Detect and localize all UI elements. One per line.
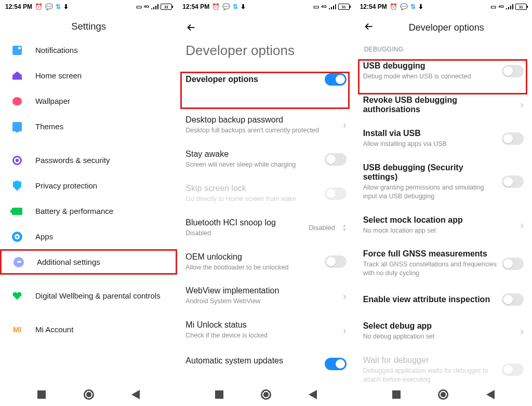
row-webview[interactable]: WebView implementation Android System We… — [177, 279, 354, 313]
row-gnss[interactable]: Force full GNSS measurements Track all G… — [355, 242, 532, 285]
install-usb-toggle[interactable] — [502, 132, 524, 145]
row-title: Select debug app — [363, 321, 515, 331]
notifications-icon — [11, 45, 23, 56]
settings-row-label: Notifications — [35, 46, 78, 55]
settings-row-label: Additional settings — [37, 258, 100, 266]
nav-back-icon[interactable] — [486, 390, 495, 399]
settings-row-label: Themes — [35, 122, 63, 131]
settings-row-passwords[interactable]: Passwords & security — [0, 147, 177, 173]
settings-row-wallpaper[interactable]: Wallpaper — [0, 88, 177, 114]
row-subtitle: Android System WebView — [185, 297, 338, 306]
nav-back-icon[interactable] — [131, 390, 140, 399]
row-bt-hci-snoop[interactable]: Bluetooth HCI snoop log Disabled Disable… — [177, 211, 354, 245]
battery-icon: 31 — [161, 4, 172, 10]
row-stay-awake[interactable]: Stay awake Screen will never sleep while… — [177, 142, 354, 177]
shield-icon — [11, 180, 23, 192]
back-button[interactable] — [185, 22, 197, 33]
battery-perf-icon — [11, 206, 23, 217]
row-auto-updates-peek[interactable]: Automatic system updates — [177, 347, 354, 367]
settings-row-apps[interactable]: Apps — [0, 224, 177, 249]
chevron-right-icon: › — [343, 290, 347, 302]
phone-developer-options: 12:54 PM ⏰ 💬 ⇅ ⬇ ▭ 4G 31 Developer optio… — [177, 0, 354, 406]
mi-logo-icon: MI — [11, 324, 23, 335]
nav-home-icon[interactable] — [438, 389, 448, 400]
view-attr-toggle[interactable] — [502, 293, 524, 306]
signal-icon — [151, 4, 158, 9]
row-title: Stay awake — [185, 150, 319, 159]
nav-back-icon[interactable] — [309, 390, 317, 399]
stay-awake-toggle[interactable] — [325, 153, 347, 166]
usb-security-toggle[interactable] — [502, 175, 524, 188]
network-4g-icon: 4G — [144, 5, 150, 9]
oem-unlock-toggle[interactable] — [325, 255, 347, 268]
battery-icon: 31 — [338, 4, 350, 10]
row-mock-location[interactable]: Select mock location app No mock locatio… — [355, 208, 532, 242]
nav-home-icon[interactable] — [84, 389, 94, 400]
row-subtitle: Debug mode when USB is connected — [363, 72, 497, 81]
row-select-debug-app[interactable]: Select debug app No debug application se… — [355, 314, 532, 348]
alarm-icon: ⏰ — [390, 4, 397, 10]
dev-content: Developer options Developer options Desk… — [177, 13, 354, 383]
row-subtitle: Screen will never sleep while charging — [185, 160, 319, 169]
row-subtitle: Desktop full backups aren't currently pr… — [185, 126, 338, 135]
row-usb-security[interactable]: USB debugging (Security settings) Allow … — [355, 156, 532, 208]
nav-recents-icon[interactable] — [37, 390, 46, 399]
row-title: OEM unlocking — [185, 252, 319, 262]
status-bar: 12:54 PM ⏰ 💬 ⇅ ⬇ ▭ 4G 31 — [0, 0, 177, 13]
chat-icon: 💬 — [45, 4, 53, 10]
sync-icon: ⇅ — [233, 4, 238, 10]
page-title: Developer options — [384, 22, 509, 33]
status-time: 12:54 PM — [5, 3, 32, 10]
settings-row-label: Home screen — [35, 71, 82, 80]
row-wait-debugger: Wait for debugger Debugged application w… — [355, 348, 532, 383]
row-value: Disabled — [309, 224, 335, 232]
row-oem-unlocking[interactable]: OEM unlocking Allow the bootloader to be… — [177, 245, 354, 279]
row-title: Force full GNSS measurements — [363, 249, 497, 259]
network-4g-icon: 4G — [498, 5, 504, 9]
card-icon: ▭ — [490, 4, 496, 10]
row-install-usb[interactable]: Install via USB Allow installing apps vi… — [355, 121, 532, 156]
settings-row-home-screen[interactable]: Home screen — [0, 63, 177, 88]
dev-options-toggle[interactable] — [325, 73, 347, 86]
row-view-attr[interactable]: Enable view attribute inspection — [355, 285, 532, 314]
row-subtitle: Track all GNSS constellations and freque… — [363, 260, 497, 278]
row-title: Developer options — [185, 75, 319, 84]
settings-row-label: Privacy protection — [35, 181, 97, 190]
auto-updates-toggle[interactable] — [325, 358, 347, 370]
row-title: Revoke USB debugging authorisations — [363, 96, 515, 114]
row-mi-unlock[interactable]: Mi Unlock status Check if the device is … — [177, 313, 354, 347]
chevron-right-icon: › — [520, 219, 524, 231]
row-title: WebView implementation — [185, 286, 338, 295]
download-icon: ⬇ — [241, 4, 246, 10]
row-title: Mi Unlock status — [185, 320, 338, 330]
row-usb-debugging[interactable]: USB debugging Debug mode when USB is con… — [355, 54, 532, 88]
gnss-toggle[interactable] — [502, 258, 524, 270]
nav-recents-icon[interactable] — [392, 390, 401, 399]
section-debugging: DEBUGGING — [355, 38, 532, 54]
settings-row-battery[interactable]: Battery & performance — [0, 198, 177, 224]
row-desktop-backup[interactable]: Desktop backup password Desktop full bac… — [177, 108, 354, 142]
settings-row-additional[interactable]: ••• Additional settings — [0, 249, 177, 275]
nav-bar — [355, 383, 532, 406]
settings-row-notifications[interactable]: Notifications — [0, 37, 177, 63]
settings-row-label: Digital Wellbeing & parental controls — [35, 291, 161, 300]
network-4g-icon: 4G — [321, 5, 327, 9]
dev-options-master-row[interactable]: Developer options — [177, 64, 354, 95]
settings-row-privacy[interactable]: Privacy protection — [0, 173, 177, 198]
row-revoke-usb[interactable]: Revoke USB debugging authorisations › — [355, 88, 532, 121]
settings-row-label: Battery & performance — [35, 207, 113, 215]
nav-bar — [0, 383, 177, 406]
home-icon — [11, 70, 23, 82]
themes-icon — [11, 121, 23, 132]
back-button[interactable] — [363, 21, 375, 34]
usb-debugging-toggle[interactable] — [502, 65, 524, 77]
row-subtitle: Disabled — [185, 229, 303, 238]
settings-row-wellbeing[interactable]: Digital Wellbeing & parental controls — [0, 283, 177, 308]
status-time: 12:54 PM — [360, 3, 387, 10]
nav-recents-icon[interactable] — [215, 390, 223, 399]
row-title: Desktop backup password — [185, 115, 338, 125]
status-time: 12:54 PM — [182, 3, 209, 10]
nav-home-icon[interactable] — [261, 389, 271, 400]
settings-row-mi-account[interactable]: MI Mi Account — [0, 317, 177, 342]
settings-row-themes[interactable]: Themes — [0, 114, 177, 139]
